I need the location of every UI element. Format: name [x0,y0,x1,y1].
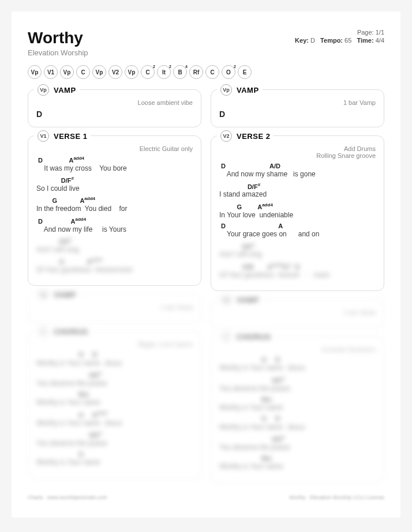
lyric-line: G Aadd4In the freedom You died for [36,196,193,213]
nav-pill[interactable]: E [238,65,252,79]
header: Worthy Elevation Worship Page: 1/1 Key: … [28,29,384,57]
lyric-text: And now my shame is gone [219,170,376,178]
lyric-text: In the freedom You died for [36,205,193,213]
lyric-text: Worthy is Your name [219,403,376,412]
section-note: Bigger, more layers [36,341,193,348]
chord-row: D/F# [219,435,376,443]
lyric-line: G Aadd4In Your love undeniable [219,202,376,219]
chord-row: G Aadd4 [36,410,193,419]
lyric-line: D Aadd4 It was my cross You bore [36,156,193,172]
section-note: 1 bar Vamp [219,99,376,106]
chord-row: G D [36,351,193,359]
lyric-text: You deserve the praise [36,379,193,387]
footer: Charts · www.worshiptutorials.com Worthy… [28,495,384,500]
nav-pill[interactable]: C2 [141,65,155,79]
lyric-line: G Aadd4Worthy is Your name Jesus [36,410,193,427]
nav-pill[interactable]: V2 [108,65,122,79]
nav-pill[interactable]: It2 [157,65,171,79]
section-header: V1VERSE 1 [34,130,91,142]
nav-pill[interactable]: C [205,65,219,79]
nav-pill[interactable]: Vp [92,65,106,79]
lyric-text: Your grace goes on and on [219,230,376,238]
section-badge: Vp [38,289,49,300]
artist-name: Elevation Worship [28,48,88,57]
section-chorus: CCHORUSBigger, more layers G DWorthy is … [28,331,201,478]
nav-pill[interactable]: V1 [44,65,58,79]
solo-chord: D [219,110,376,119]
chord-row: D/F# [36,176,193,184]
chord-row: D Aadd4 [36,156,193,164]
lyric-text: I stand amazed [219,190,376,198]
section-header: VpVAMP [217,84,263,96]
chord-row: D A/D [219,163,376,170]
section-title: VERSE 1 [54,132,87,141]
lyric-line: D/F#You deserve the praise [219,376,376,393]
nav-pill[interactable]: Rf [189,65,203,79]
nav-pill[interactable]: Vp [60,65,74,79]
nav-pill[interactable]: Vp [125,65,138,79]
page-number: Page: 1/1 [295,29,384,36]
lyric-line: BmWorthy is Your name [219,455,376,471]
lyric-text: Worthy is Your name Jesus [36,419,193,427]
section-vamp: VpVAMP1 bar Vamp [211,299,384,328]
chord-row: G D [219,415,376,422]
lyric-line: D A/D And now my shame is gone [219,163,376,179]
lyric-text: In Your love undeniable [219,211,376,219]
chord-row: Bm [219,455,376,462]
section-title: VERSE 2 [237,132,270,141]
section-header: CCHORUS [34,326,91,337]
lyric-line: D/F#You deserve the praise [36,371,193,387]
lyric-line: G DWorthy is Your name Jesus [36,351,193,367]
lyric-text: Of Your goodness forevermore [36,266,193,274]
section-badge: Vp [38,84,49,96]
section-verse-1: V1VERSE 1Electric Guitar only D Aadd4 It… [28,135,201,286]
content-columns: VpVAMPLoose ambient vibeDV1VERSE 1Electr… [28,89,384,483]
right-column: VpVAMP1 bar VampDV2VERSE 2Add DrumsRolli… [211,89,384,483]
nav-pill[interactable]: C [76,65,90,79]
section-header: CCHORUS [217,331,274,342]
song-title: Worthy [28,29,88,47]
lyric-line: GWorthy is Your name [36,451,193,467]
section-header: VpVAMP [34,289,80,300]
section-note: 1 bar Vamp [219,309,376,316]
lyric-line: D/F#And I will sing [36,237,193,254]
nav-pill[interactable]: Vp [28,65,42,79]
lyric-line: G DWorthy is Your name Jesus [219,415,376,431]
section-badge: Vp [220,84,232,96]
chord-row: D/F# [36,237,193,246]
lyric-line: G DWorthy is Your name Jesus [219,356,376,372]
nav-pill[interactable]: O2 [222,65,235,79]
section-verse-2: V2VERSE 2Add DrumsRolling Snare groove D… [211,135,384,291]
meta-block: Page: 1/1 Key: D Tempo: 65 Time: 4/4 [295,29,384,45]
lyric-line: D/F#And I will sing [219,242,376,259]
section-title: CHORUS [237,333,271,341]
nav-pill[interactable]: B4 [173,65,187,79]
section-badge: Vp [220,294,232,305]
chord-row: G Aadd4 [36,257,193,266]
lyric-line: D Aadd4 And now my life is Yours [36,217,193,233]
section-badge: C [220,331,232,342]
lyric-text: And I will sing [219,250,376,258]
solo-chord: D [36,110,193,119]
section-title: VAMP [237,296,259,304]
section-note: Electric Guitar only [36,145,193,152]
lyric-text: You deserve the praise [219,443,376,451]
section-note: Add DrumsRolling Snare groove [219,145,376,159]
chord-row: D/F# [36,431,193,439]
footer-left: Charts · www.worshiptutorials.com [28,495,107,500]
chord-row: Bm [219,396,376,403]
chord-row: Bm [36,391,193,398]
section-vamp: VpVAMP1 bar VampD [211,89,384,127]
lyric-text: Worthy is Your name Jesus [219,423,376,431]
section-header: V2VERSE 2 [217,130,274,142]
lyric-line: D/F#So I could live [36,176,193,193]
lyric-text: Worthy is Your name Jesus [219,364,376,372]
section-chorus: CCHORUSIncrease Dynamics G DWorthy is Yo… [211,336,384,483]
section-title: VAMP [237,86,259,95]
lyric-text: You deserve the praise [36,439,193,447]
section-note: 1 bar Vamp [36,304,193,311]
lyric-text: It was my cross You bore [36,164,193,172]
chord-row: D/F# [219,242,376,251]
chord-row: D A [219,222,376,230]
section-header: VpVAMP [34,84,80,96]
